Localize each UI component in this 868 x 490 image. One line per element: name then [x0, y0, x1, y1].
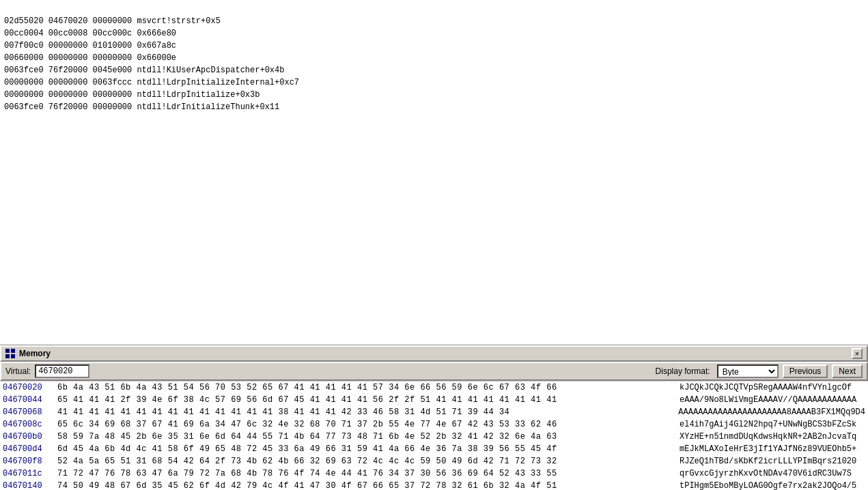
memory-row: 0467004465 41 41 41 2f 39 4e 6f 38 4c 57…	[0, 394, 868, 406]
memory-row: 046700206b 4a 43 51 6b 4a 43 51 54 56 70…	[0, 381, 868, 394]
virtual-address-input[interactable]	[35, 364, 89, 378]
stack-line: 0063fce0 76f20000 0045e000 ntdll!KiUserA…	[4, 64, 864, 76]
close-button[interactable]: ×	[852, 348, 863, 359]
memory-row: 046700b058 59 7a 48 45 2b 6e 35 31 6e 6d…	[0, 431, 868, 443]
memory-address: 0467008c	[0, 418, 55, 431]
memory-ascii: tPIHgm5EboMByLOAG0Ogfe7rx2ak2JOQo4/5	[677, 480, 868, 490]
memory-hex: 52 4a 5a 65 51 31 68 54 42 64 2f 73 4b 6…	[55, 455, 677, 467]
memory-address-bar: Virtual: Display format: ByteShortLongFl…	[0, 362, 868, 381]
stack-line: 00000000 00000000 0063fccc ntdll!LdrpIni…	[4, 76, 864, 89]
display-format-label: Display format:	[656, 366, 710, 376]
memory-ascii: mEJkMLAXoIeHrE3jIf1YAJfN6z89VUEOhb5+	[677, 443, 868, 455]
memory-address: 046700f8	[0, 455, 55, 467]
memory-title-bar: Memory ×	[0, 345, 868, 362]
memory-address: 04670068	[0, 406, 55, 418]
display-format-select[interactable]: ByteShortLongFloatDoubleASCII	[717, 364, 779, 378]
memory-hex: 6b 4a 43 51 6b 4a 43 51 54 56 70 53 52 6…	[55, 381, 677, 394]
svg-rect-3	[11, 354, 15, 358]
stack-line: 007f00c0 00000000 01010000 0x667a8c	[4, 40, 864, 52]
memory-ascii: qrGvxcGjyrzhKxvOtNDAv470V6idRC3Uw7S	[677, 467, 868, 480]
memory-address: 0467011c	[0, 467, 55, 480]
memory-row: 046700f852 4a 5a 65 51 31 68 54 42 64 2f…	[0, 455, 868, 467]
memory-address: 04670140	[0, 480, 55, 490]
memory-hex: 65 6c 34 69 68 37 67 41 69 6a 34 47 6c 3…	[55, 418, 677, 431]
next-button[interactable]: Next	[832, 364, 863, 378]
memory-hex: 71 72 47 76 78 63 47 6a 79 72 7a 68 4b 7…	[55, 467, 677, 480]
grid-icon	[5, 349, 15, 358]
memory-address: 046700b0	[0, 431, 55, 443]
virtual-label: Virtual:	[5, 366, 31, 376]
memory-label: Memory	[19, 349, 51, 358]
stack-line: 0063fce0 76f20000 00000000 ntdll!LdrInit…	[4, 101, 864, 113]
memory-row: 0467011c71 72 47 76 78 63 47 6a 79 72 7a…	[0, 467, 868, 480]
memory-address: 04670044	[0, 394, 55, 406]
stack-line: 00660000 00000000 00000000 0x66000e	[4, 52, 864, 64]
top-panel: 02d55020 04670020 00000000 msvcrt!strstr…	[0, 0, 868, 345]
memory-ascii: AAAAAAAAAAAAAAAAAAAAAA8AAAAB3FX1MQq9D4	[675, 406, 868, 418]
previous-button[interactable]: Previous	[783, 364, 828, 378]
memory-hex: 58 59 7a 48 45 2b 6e 35 31 6e 6d 64 44 5…	[55, 431, 677, 443]
memory-address: 046700d4	[0, 443, 55, 455]
memory-hex: 6d 45 4a 6b 4d 4c 41 58 6f 49 65 48 72 4…	[55, 443, 677, 455]
memory-address: 04670020	[0, 381, 55, 394]
memory-ascii: kJCQkJCQkJCQTVpSRegAAAAW4nfVYnlgcOf	[677, 381, 868, 394]
memory-row: 046700d46d 45 4a 6b 4d 4c 41 58 6f 49 65…	[0, 443, 868, 455]
stack-line: 02d55020 04670020 00000000 msvcrt!strstr…	[4, 15, 864, 27]
memory-hex: 65 41 41 41 2f 39 4e 6f 38 4c 57 69 56 6…	[55, 394, 677, 406]
memory-ascii: RJZeQ1hTBd/sKbKf2icrLLLYPImBqrs21020	[677, 455, 868, 467]
memory-ascii: eAAA/9No8LWiVmgEAAAAV//QAAAAAAAAAAAA	[677, 394, 868, 406]
svg-rect-2	[5, 354, 10, 358]
memory-row: 0467006841 41 41 41 41 41 41 41 41 41 41…	[0, 406, 868, 418]
memory-hex-panel: 046700206b 4a 43 51 6b 4a 43 51 54 56 70…	[0, 381, 868, 490]
memory-hex: 74 50 49 48 67 6d 35 45 62 6f 4d 42 79 4…	[55, 480, 677, 490]
memory-ascii: el4ih7gAij4Gl2N2hpq7+UNwNgBCS3bFZcSk	[677, 418, 868, 431]
svg-rect-1	[11, 349, 15, 353]
memory-ascii: XYzHE+n51nmdDUqKdwsHqkNR+2AB2nJcvaTq	[677, 431, 868, 443]
memory-hex: 41 41 41 41 41 41 41 41 41 41 41 41 41 4…	[55, 406, 675, 418]
memory-row: 0467014074 50 49 48 67 6d 35 45 62 6f 4d…	[0, 480, 868, 490]
svg-rect-0	[5, 349, 10, 353]
stack-line: 00cc0004 00cc0008 00cc000c 0x666e80	[4, 27, 864, 40]
stack-line: 00000000 00000000 00000000 ntdll!LdrpIni…	[4, 89, 864, 101]
memory-row: 0467008c65 6c 34 69 68 37 67 41 69 6a 34…	[0, 418, 868, 431]
